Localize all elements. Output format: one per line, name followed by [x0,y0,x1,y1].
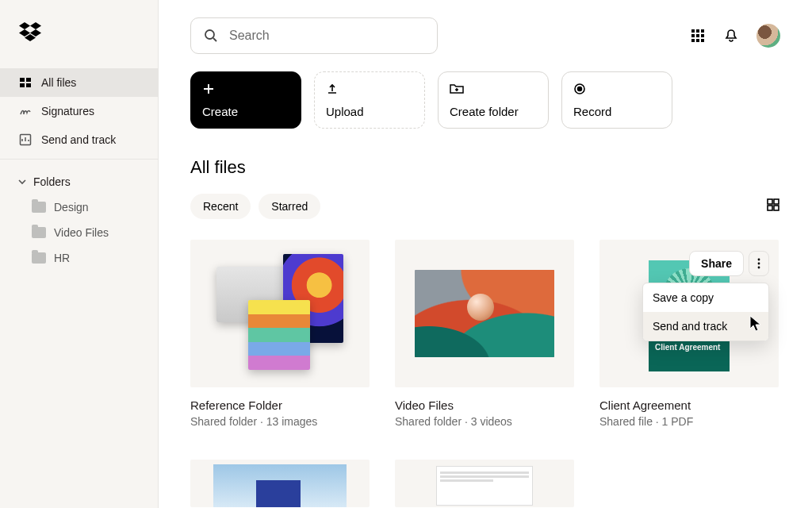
tile-title[interactable]: Video Files [395,398,574,412]
svg-rect-23 [768,199,772,204]
page-title: All files [190,157,780,178]
svg-rect-14 [701,29,704,33]
record-button[interactable]: Record [561,71,672,129]
svg-rect-17 [701,34,704,37]
svg-rect-15 [691,34,695,37]
folder-item-video[interactable]: Video Files [0,220,158,245]
folder-label: Video Files [54,226,109,239]
svg-rect-6 [26,78,31,82]
grid-view-icon[interactable] [766,198,780,215]
tile-thumbnail[interactable] [190,460,370,507]
search-icon [204,29,218,43]
nav-signatures[interactable]: Signatures [0,97,158,125]
cursor-icon [749,314,764,333]
svg-point-29 [758,267,760,269]
folder-icon [32,202,46,213]
search-placeholder: Search [229,29,270,43]
svg-rect-13 [696,29,699,33]
record-icon [573,82,588,96]
action-label: Upload [326,105,413,118]
chevron-down-icon [17,177,27,187]
svg-point-10 [205,30,214,39]
plus-icon [202,82,216,96]
svg-rect-18 [691,39,695,42]
nav-label: All files [41,76,76,89]
svg-rect-12 [691,29,695,33]
main-content: Search Create Upload [159,0,812,508]
svg-rect-24 [774,199,779,204]
svg-rect-19 [696,39,699,42]
topbar: Search [190,17,780,54]
nav-all-files[interactable]: All files [0,68,158,97]
tile-thumbnail[interactable] [395,240,574,387]
svg-marker-1 [30,22,41,29]
folder-icon [32,227,46,238]
folders-header[interactable]: Folders [0,160,158,194]
folder-item-design[interactable]: Design [0,194,158,220]
nav-label: Send and track [41,133,116,146]
action-label: Create folder [450,105,537,118]
tile-reference-folder: Reference Folder Shared folder · 13 imag… [190,240,370,428]
nav-label: Signatures [41,105,94,117]
action-label: Create [202,105,289,118]
folder-icon [32,252,46,264]
tile-client-agreement: Client Agreement Share Save a copy Send … [599,240,779,428]
svg-line-11 [213,38,216,41]
folder-label: Design [54,201,89,214]
action-label: Record [573,105,661,118]
tile-title[interactable]: Client Agreement [599,398,779,412]
apps-grid-icon[interactable] [690,28,706,44]
files-icon [19,76,32,89]
tile-title[interactable]: Reference Folder [190,398,370,412]
tile-video-files: Video Files Shared folder · 3 videos [395,240,574,428]
filters-row: Recent Starred [190,194,780,219]
svg-rect-8 [26,83,31,87]
dropbox-logo-icon [19,22,41,41]
svg-rect-16 [696,34,699,37]
avatar[interactable] [756,24,780,48]
svg-point-27 [758,259,760,261]
search-input[interactable]: Search [190,17,438,54]
kebab-icon [757,258,760,269]
bell-icon[interactable] [723,28,739,44]
tile-meta: Shared folder · 3 videos [395,415,574,428]
menu-save-copy[interactable]: Save a copy [643,283,768,312]
tile-row2-a [190,460,370,507]
upload-button[interactable]: Upload [314,71,425,129]
more-options-button[interactable] [749,251,769,276]
chip-recent[interactable]: Recent [190,194,251,219]
svg-marker-0 [19,22,30,29]
folder-label: HR [54,252,70,264]
create-folder-button[interactable]: Create folder [438,71,549,129]
header-actions [690,24,780,48]
nav-send-and-track[interactable]: Send and track [0,125,158,154]
svg-rect-7 [20,83,25,87]
tile-thumbnail[interactable]: Client Agreement Share Save a copy Send … [599,240,779,387]
svg-point-28 [758,263,760,265]
tile-meta: Shared file · 1 PDF [599,415,779,428]
folder-item-hr[interactable]: HR [0,245,158,271]
folders-header-label: Folders [33,175,71,188]
svg-rect-26 [774,206,779,210]
chip-starred[interactable]: Starred [259,194,320,219]
nav-section: All files Signatures Send and track [0,68,158,160]
upload-icon [326,82,340,96]
svg-rect-25 [768,206,772,210]
signature-icon [19,105,32,117]
analytics-icon [19,133,32,146]
share-button[interactable]: Share [689,251,744,276]
file-grid: Reference Folder Shared folder · 13 imag… [190,240,780,507]
create-button[interactable]: Create [190,71,301,129]
folder-plus-icon [450,82,464,96]
tile-row2-b [395,460,574,507]
tile-thumbnail[interactable] [395,460,574,507]
action-row: Create Upload Create folder Record [190,71,780,129]
logo[interactable] [0,0,158,68]
sidebar: All files Signatures Send and track Fold… [0,0,159,508]
svg-point-22 [578,87,582,91]
svg-rect-20 [701,39,704,42]
tile-meta: Shared folder · 13 images [190,415,370,428]
svg-rect-5 [20,78,25,82]
tile-thumbnail[interactable] [190,240,370,387]
